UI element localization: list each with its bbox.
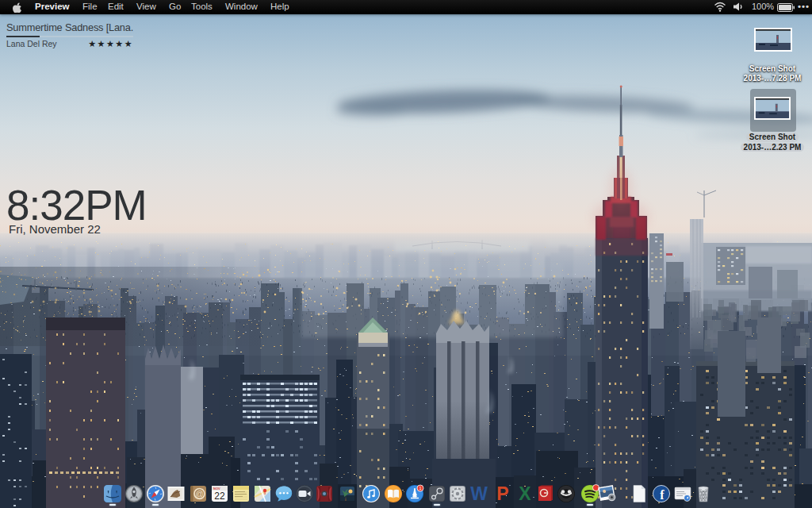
svg-text:f: f bbox=[660, 488, 665, 502]
svg-text:W: W bbox=[470, 484, 488, 503]
svg-text:X: X bbox=[519, 484, 531, 503]
svg-text:@: @ bbox=[195, 490, 203, 498]
svg-text:1: 1 bbox=[419, 486, 421, 491]
svg-text:22: 22 bbox=[214, 491, 225, 502]
svg-text:NOV: NOV bbox=[213, 487, 220, 491]
svg-text:P: P bbox=[496, 484, 508, 503]
